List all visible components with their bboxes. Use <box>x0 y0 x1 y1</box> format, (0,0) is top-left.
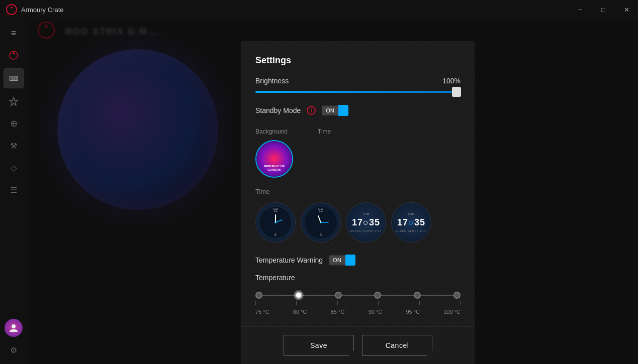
tick-3 <box>378 301 379 305</box>
temp-dots-row <box>255 292 461 299</box>
temp-dot-2[interactable] <box>335 292 342 299</box>
sidebar-item-home[interactable] <box>5 46 23 64</box>
temp-warning-toggle-indicator <box>345 255 355 266</box>
temp-warning-label: Temperature Warning <box>255 256 323 264</box>
temp-label-4: 95 °C <box>406 309 420 315</box>
temp-dot-0[interactable] <box>255 292 262 299</box>
sidebar-item-update[interactable]: ⊕ <box>5 114 23 133</box>
title-bar: Armoury Crate − □ ✕ <box>0 0 638 19</box>
svg-text:6: 6 <box>275 233 277 236</box>
sidebar-item-list[interactable]: ☰ <box>5 181 23 199</box>
svg-marker-3 <box>12 52 15 54</box>
app-title: Armoury Crate <box>21 6 64 14</box>
main-content: ROG STRIX G.M... Settings Brightness 100… <box>27 19 638 364</box>
standby-toggle[interactable]: ON <box>322 105 348 116</box>
temp-label-1: 80 °C <box>293 309 307 315</box>
temp-slider-line <box>262 295 453 296</box>
brightness-slider-fill <box>255 91 452 93</box>
rog-preview-text: REPUBLIC OFGAMERS <box>264 165 285 172</box>
sidebar: ≡ ⌨ ⊕ ⚒ ◇ ☰ ⚙ <box>0 19 27 364</box>
temp-warning-toggle[interactable]: ON <box>329 255 355 266</box>
standby-mode-row: Standby Mode i ON <box>255 105 461 116</box>
clock-face-analog1[interactable]: 12 6 FRM <box>255 202 296 242</box>
temp-dot-5[interactable] <box>453 292 461 299</box>
sidebar-item-aura[interactable] <box>5 92 23 110</box>
brightness-value: 100% <box>442 77 461 85</box>
clock-face-analog2[interactable]: FRM 12 6 <box>301 202 341 242</box>
sidebar-item-tag[interactable]: ◇ <box>5 159 23 177</box>
standby-toggle-label: ON <box>322 106 338 115</box>
sidebar-item-menu[interactable]: ≡ <box>5 24 23 42</box>
temp-label-5: 100 °C <box>443 309 461 315</box>
brightness-row: Brightness 100% <box>255 77 461 85</box>
cancel-button[interactable]: Cancel <box>362 335 432 356</box>
temp-dot-1[interactable] <box>295 292 302 299</box>
svg-text:12: 12 <box>319 209 323 212</box>
standby-toggle-indicator <box>338 105 348 116</box>
temp-warning-toggle-label: ON <box>329 256 345 265</box>
svg-text:FRM: FRM <box>273 207 279 210</box>
tick-1 <box>296 301 297 305</box>
user-avatar[interactable] <box>5 319 23 337</box>
tick-2 <box>337 301 338 305</box>
clock-face-digital2[interactable]: FRM 17○35 SUPER CLOCK 0:17 <box>391 202 431 242</box>
bg-col-label: Background <box>255 128 288 135</box>
standby-mode-label: Standby Mode <box>255 106 301 114</box>
temperature-slider[interactable]: 75 °C 80 °C 85 °C 90 °C 95 °C 100 °C <box>255 292 461 315</box>
temp-warning-row: Temperature Warning ON <box>255 255 461 266</box>
minimize-button[interactable]: − <box>569 0 592 19</box>
dialog-title: Settings <box>255 55 461 66</box>
rog-preview-bg: REPUBLIC OFGAMERS <box>256 141 292 177</box>
tick-4 <box>419 301 420 305</box>
time-col-label: Time <box>318 128 331 135</box>
sidebar-item-tools[interactable]: ⚒ <box>5 137 23 155</box>
standby-info-icon[interactable]: i <box>307 106 316 115</box>
window-controls: − □ ✕ <box>569 0 638 19</box>
clock-row: 12 6 FRM <box>255 202 461 242</box>
sidebar-item-settings[interactable]: ⚙ <box>5 341 23 359</box>
save-button[interactable]: Save <box>284 335 354 356</box>
clock-face-digital1[interactable]: FRM 17○35 SUPER CLOCK 0:17 <box>346 202 386 242</box>
maximize-button[interactable]: □ <box>592 0 615 19</box>
temp-label-2: 85 °C <box>331 309 345 315</box>
time-section-label: Time <box>255 188 461 195</box>
svg-point-4 <box>12 324 16 328</box>
tick-5 <box>460 301 461 305</box>
svg-text:6: 6 <box>320 233 322 236</box>
settings-dialog: Settings Brightness 100% Standby Mode i <box>241 41 475 364</box>
brightness-slider-container[interactable] <box>255 91 461 93</box>
temp-dot-3[interactable] <box>374 292 381 299</box>
tick-0 <box>255 301 256 305</box>
bg-label-row: Background Time <box>255 128 461 135</box>
temp-label-0: 75 °C <box>255 309 269 315</box>
app-body: ≡ ⌨ ⊕ ⚒ ◇ ☰ ⚙ R <box>0 19 638 364</box>
brightness-slider-track <box>255 91 461 93</box>
preview-row: REPUBLIC OFGAMERS <box>255 140 461 178</box>
close-button[interactable]: ✕ <box>615 0 638 19</box>
svg-marker-1 <box>10 6 13 9</box>
app-icon <box>6 4 17 15</box>
temp-dot-4[interactable] <box>414 292 421 299</box>
background-section: Background Time REPUBLIC OFGAMERS <box>255 128 461 178</box>
dialog-footer: Save Cancel <box>241 326 475 364</box>
temp-labels-row: 75 °C 80 °C 85 °C 90 °C 95 °C 100 °C <box>255 309 461 315</box>
sidebar-item-device[interactable]: ⌨ <box>4 68 24 88</box>
sidebar-bottom: ⚙ <box>5 319 23 359</box>
dialog-content: Settings Brightness 100% Standby Mode i <box>241 41 475 326</box>
preview-circle-rog[interactable]: REPUBLIC OFGAMERS <box>255 140 293 178</box>
brightness-slider-thumb[interactable] <box>452 87 461 97</box>
brightness-label: Brightness <box>255 77 289 85</box>
temp-ticks <box>255 301 461 305</box>
temp-label-3: 90 °C <box>369 309 383 315</box>
temperature-label: Temperature <box>255 274 461 282</box>
